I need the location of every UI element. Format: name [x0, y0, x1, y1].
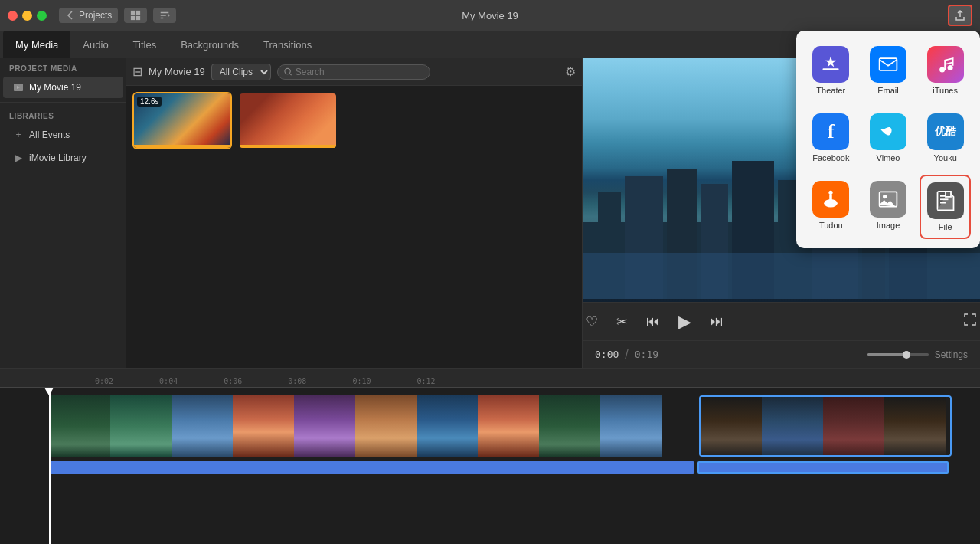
- tab-titles[interactable]: Titles: [121, 31, 169, 58]
- skip-back-button[interactable]: ⏮: [643, 310, 663, 333]
- share-youku[interactable]: 优酷 Youku: [920, 107, 971, 169]
- timeline-frame-8: [478, 395, 539, 457]
- ruler-mark-5: 0:10: [352, 377, 371, 385]
- tab-my-media[interactable]: My Media: [3, 31, 70, 58]
- traffic-lights: [8, 11, 47, 21]
- media-title: My Movie 19: [149, 66, 205, 77]
- sort-button[interactable]: [153, 8, 176, 23]
- clip-split-button[interactable]: ✂: [613, 310, 631, 333]
- clip-duration-1: 12.6s: [137, 97, 162, 107]
- back-to-projects-button[interactable]: Projects: [59, 8, 118, 23]
- timeline-frame-s4: [884, 397, 946, 457]
- preview-controls: ♡ ✂ ⏮ ▶ ⏭: [583, 302, 980, 340]
- svg-rect-25: [823, 68, 839, 70]
- media-header: ⊟ My Movie 19 All Clips ⚙: [126, 58, 582, 86]
- clip-thumb-2[interactable]: [238, 92, 338, 149]
- minimize-button[interactable]: [22, 11, 32, 21]
- timeline-clip-1[interactable]: [49, 395, 696, 457]
- share-itunes[interactable]: iTunes: [920, 40, 971, 101]
- share-popup: Theater Email iTunes: [796, 31, 980, 248]
- svg-point-12: [285, 68, 290, 74]
- timeline-clip-2[interactable]: [699, 395, 952, 457]
- file-label: File: [939, 222, 952, 231]
- triangle-icon: ▶: [12, 152, 24, 164]
- svg-point-27: [939, 67, 945, 73]
- tab-backgrounds[interactable]: Backgrounds: [168, 31, 251, 58]
- sort-icon: [159, 10, 170, 21]
- svg-rect-24: [583, 253, 980, 299]
- title-bar-right: [948, 5, 972, 26]
- svg-rect-0: [131, 11, 135, 15]
- share-vimeo[interactable]: Vimeo: [863, 107, 914, 169]
- sidebar-item-movie[interactable]: My Movie 19: [3, 77, 123, 98]
- svg-rect-3: [136, 16, 140, 20]
- libraries-label: LIBRARIES: [0, 106, 126, 123]
- toggle-sidebar-icon[interactable]: ⊟: [132, 64, 142, 79]
- tab-audio[interactable]: Audio: [70, 31, 120, 58]
- maximize-button[interactable]: [37, 11, 47, 21]
- share-button[interactable]: [948, 5, 972, 26]
- bottom-timeline: 0:02 0:04 0:06 0:08 0:10 0:12: [0, 368, 980, 544]
- clips-select[interactable]: All Clips: [211, 64, 271, 80]
- timeline-frame-3: [172, 395, 233, 457]
- zoom-slider[interactable]: [867, 353, 929, 356]
- email-label: Email: [877, 86, 899, 95]
- timeline-frame-1: [49, 395, 110, 457]
- chevron-left-icon: [65, 10, 76, 21]
- timeline-frame-4: [233, 395, 294, 457]
- search-input[interactable]: [296, 67, 423, 77]
- current-timecode: 0:00: [595, 349, 619, 360]
- svg-point-34: [883, 195, 887, 198]
- grid-icon: [130, 10, 141, 21]
- clip-thumb-1[interactable]: 12.6s: [132, 92, 232, 149]
- svg-rect-26: [880, 58, 897, 70]
- timeline-frame-2: [110, 395, 172, 457]
- media-settings-icon[interactable]: ⚙: [565, 64, 576, 79]
- ruler-mark-1: 0:02: [95, 377, 113, 385]
- fullscreen-button[interactable]: [960, 310, 980, 333]
- share-theater[interactable]: Theater: [805, 40, 857, 101]
- play-button[interactable]: ▶: [675, 309, 694, 335]
- movie-icon: [12, 81, 24, 93]
- ruler-mark-4: 0:08: [288, 377, 306, 385]
- view-toggle-button[interactable]: [124, 8, 147, 23]
- timeline-track-row: [49, 395, 980, 457]
- share-email[interactable]: Email: [863, 40, 914, 101]
- ruler-mark-6: 0:12: [416, 377, 435, 385]
- email-icon: [870, 46, 906, 83]
- svg-marker-39: [946, 192, 951, 197]
- image-label: Image: [877, 221, 900, 230]
- media-grid: 12.6s: [126, 86, 582, 368]
- timeline-main: [0, 388, 980, 544]
- back-label: Projects: [79, 10, 112, 21]
- sidebar-item-label: All Events: [29, 129, 70, 140]
- share-file[interactable]: File: [920, 175, 971, 239]
- sidebar-item-all-events[interactable]: + All Events: [3, 124, 123, 146]
- search-box: [277, 64, 430, 80]
- timeline-frame-s2: [762, 397, 823, 457]
- share-tudou[interactable]: Tudou: [805, 175, 857, 239]
- facebook-icon: f: [812, 113, 849, 150]
- tudou-label: Tudou: [819, 221, 843, 230]
- svg-line-29: [945, 62, 953, 64]
- ruler-mark-2: 0:04: [159, 377, 178, 385]
- skip-forward-button[interactable]: ⏭: [707, 310, 727, 333]
- image-icon: [870, 181, 906, 218]
- timeline-frame-5: [294, 395, 355, 457]
- settings-label[interactable]: Settings: [935, 349, 968, 360]
- favorite-button[interactable]: ♡: [583, 310, 601, 333]
- share-facebook[interactable]: f Facebook: [805, 107, 857, 169]
- theater-svg: [820, 54, 841, 75]
- share-image[interactable]: Image: [863, 175, 914, 239]
- timeline-tracks: [0, 388, 980, 474]
- svg-rect-38: [940, 202, 946, 204]
- ruler-mark-3: 0:06: [224, 377, 242, 385]
- timeline-audio-row: [49, 461, 980, 474]
- search-icon: [284, 67, 292, 77]
- tab-transitions[interactable]: Transitions: [251, 31, 324, 58]
- project-media-label: PROJECT MEDIA: [0, 58, 126, 76]
- sidebar-item-imovie-library[interactable]: ▶ iMovie Library: [3, 147, 123, 169]
- svg-rect-2: [131, 16, 135, 20]
- close-button[interactable]: [8, 11, 18, 21]
- sidebar-item-label: My Movie 19: [29, 82, 81, 93]
